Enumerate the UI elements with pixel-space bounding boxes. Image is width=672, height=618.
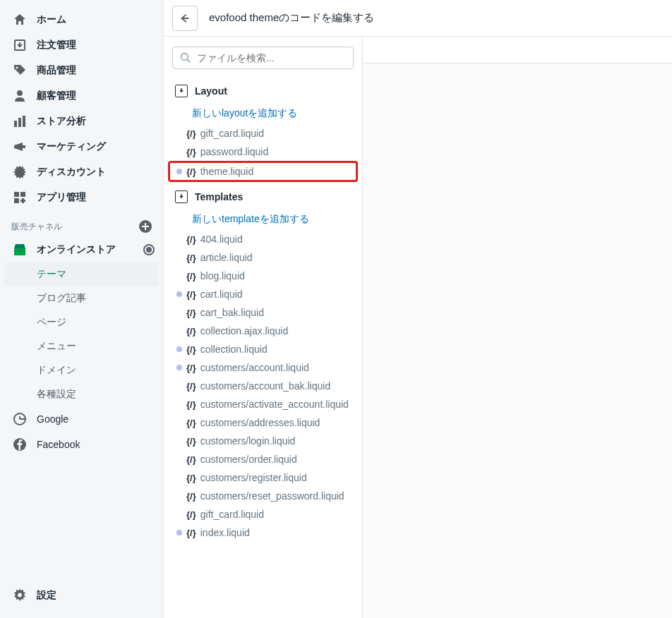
nav-google[interactable]: Google xyxy=(0,406,163,432)
liquid-icon: {/} xyxy=(186,454,196,465)
folder-header-templates[interactable]: Templates xyxy=(167,185,359,209)
liquid-icon: {/} xyxy=(186,381,196,392)
file-name: index.liquid xyxy=(200,527,250,538)
subnav-preferences[interactable]: 各種設定 xyxy=(0,382,163,406)
file-row[interactable]: {/}article.liquid xyxy=(167,248,359,267)
file-name: collection.liquid xyxy=(200,344,268,355)
svg-rect-3 xyxy=(14,121,17,127)
add-channel-button[interactable] xyxy=(139,220,152,233)
facebook-icon xyxy=(13,437,27,452)
file-search[interactable] xyxy=(172,47,354,69)
modified-dot-icon xyxy=(176,530,182,535)
google-icon xyxy=(13,412,27,426)
file-row[interactable]: {/}customers/reset_password.liquid xyxy=(167,487,359,505)
file-row[interactable]: {/}gift_card.liquid xyxy=(167,505,359,523)
apps-icon xyxy=(13,190,27,205)
channels-header: 販売チャネル xyxy=(0,210,163,237)
file-row[interactable]: {/}customers/login.liquid xyxy=(167,432,359,450)
store-icon xyxy=(13,243,27,257)
file-row[interactable]: {/}password.liquid xyxy=(167,143,359,161)
add-templates-link[interactable]: 新しいtemplateを追加する xyxy=(167,209,359,230)
file-name: customers/register.liquid xyxy=(200,472,307,483)
nav-label: 注文管理 xyxy=(37,39,76,52)
file-row[interactable]: {/}blog.liquid xyxy=(167,267,359,285)
home-icon xyxy=(13,13,27,27)
nav-label: ディスカウント xyxy=(37,166,106,178)
svg-rect-6 xyxy=(23,145,25,148)
nav-customers[interactable]: 顧客管理 xyxy=(0,83,163,109)
liquid-icon: {/} xyxy=(186,289,196,300)
subnav-themes[interactable]: テーマ xyxy=(4,262,159,286)
person-icon xyxy=(13,89,27,103)
tag-icon xyxy=(13,63,27,78)
modified-dot-icon xyxy=(176,346,182,352)
nav-home[interactable]: ホーム xyxy=(0,7,163,32)
subnav-pages[interactable]: ページ xyxy=(0,310,163,334)
file-row[interactable]: {/}theme.liquid xyxy=(169,162,356,181)
folder-header-layout[interactable]: Layout xyxy=(167,79,359,103)
editor-area xyxy=(363,37,672,618)
editor-tabs xyxy=(363,37,672,63)
svg-rect-9 xyxy=(14,198,19,203)
file-name: customers/account.liquid xyxy=(200,362,309,373)
file-name: customers/login.liquid xyxy=(200,435,296,447)
gear-icon xyxy=(13,588,27,602)
file-search-input[interactable] xyxy=(197,52,346,63)
subnav-domains[interactable]: ドメイン xyxy=(0,358,163,382)
liquid-icon: {/} xyxy=(186,326,196,337)
file-row[interactable]: {/}404.liquid xyxy=(167,230,359,248)
nav-facebook[interactable]: Facebook xyxy=(0,432,163,457)
center-panel: evofood themeのコードを編集する Layout新しいlayoutを追… xyxy=(164,0,672,618)
nav-products[interactable]: 商品管理 xyxy=(0,58,163,83)
modified-dot-icon xyxy=(176,291,182,297)
nav-label: アプリ管理 xyxy=(37,191,86,204)
file-row[interactable]: {/}customers/account.liquid xyxy=(167,358,359,377)
liquid-icon: {/} xyxy=(186,509,196,520)
main-sidebar: ホーム 注文管理 商品管理 顧客管理 ストア分析 マーケティング ディスカウ xyxy=(0,0,164,618)
file-row[interactable]: {/}index.liquid xyxy=(167,523,359,542)
file-row[interactable]: {/}cart_bak.liquid xyxy=(167,303,359,322)
file-row[interactable]: {/}collection.liquid xyxy=(167,340,359,358)
liquid-icon: {/} xyxy=(186,344,196,355)
file-row[interactable]: {/}customers/activate_account.liquid xyxy=(167,395,359,413)
download-icon xyxy=(175,190,188,203)
nav-discounts[interactable]: ディスカウント xyxy=(0,159,163,185)
file-row[interactable]: {/}customers/account_bak.liquid xyxy=(167,377,359,395)
file-list[interactable]: Layout新しいlayoutを追加する{/}gift_card.liquid{… xyxy=(164,79,362,618)
liquid-icon: {/} xyxy=(186,528,196,538)
nav-online-store[interactable]: オンラインストア xyxy=(0,237,163,262)
svg-rect-8 xyxy=(20,192,25,197)
add-layout-link[interactable]: 新しいlayoutを追加する xyxy=(167,103,359,124)
file-row[interactable]: {/}customers/addresses.liquid xyxy=(167,413,359,432)
liquid-icon: {/} xyxy=(186,473,196,483)
nav-settings[interactable]: 設定 xyxy=(0,576,163,618)
nav-apps[interactable]: アプリ管理 xyxy=(0,185,163,210)
nav-label: Facebook xyxy=(37,439,80,450)
nav-label: Google xyxy=(37,413,68,425)
liquid-icon: {/} xyxy=(186,399,196,410)
nav-orders[interactable]: 注文管理 xyxy=(0,32,163,58)
file-row[interactable]: {/}cart.liquid xyxy=(167,285,359,303)
discount-icon xyxy=(13,165,27,179)
subnav-navigation[interactable]: メニュー xyxy=(0,334,163,358)
nav-marketing[interactable]: マーケティング xyxy=(0,134,163,159)
file-row[interactable]: {/}gift_card.liquid xyxy=(167,124,359,143)
liquid-icon: {/} xyxy=(186,418,196,428)
analytics-icon xyxy=(13,114,27,128)
file-name: gift_card.liquid xyxy=(200,128,264,139)
file-row[interactable]: {/}customers/register.liquid xyxy=(167,468,359,487)
modified-dot-icon xyxy=(176,169,182,174)
file-name: customers/activate_account.liquid xyxy=(200,399,349,410)
nav-label: マーケティング xyxy=(37,140,106,153)
file-row[interactable]: {/}customers/order.liquid xyxy=(167,450,359,468)
eye-icon[interactable] xyxy=(142,243,156,257)
topbar: evofood themeのコードを編集する xyxy=(164,0,672,37)
liquid-icon: {/} xyxy=(186,308,196,318)
nav-analytics[interactable]: ストア分析 xyxy=(0,109,163,134)
nav-label: 顧客管理 xyxy=(37,90,76,102)
back-button[interactable] xyxy=(172,6,198,31)
subnav-blog[interactable]: ブログ記事 xyxy=(0,286,163,310)
liquid-icon: {/} xyxy=(186,147,196,157)
file-row[interactable]: {/}collection.ajax.liquid xyxy=(167,322,359,340)
nav-label: ホーム xyxy=(37,13,66,26)
